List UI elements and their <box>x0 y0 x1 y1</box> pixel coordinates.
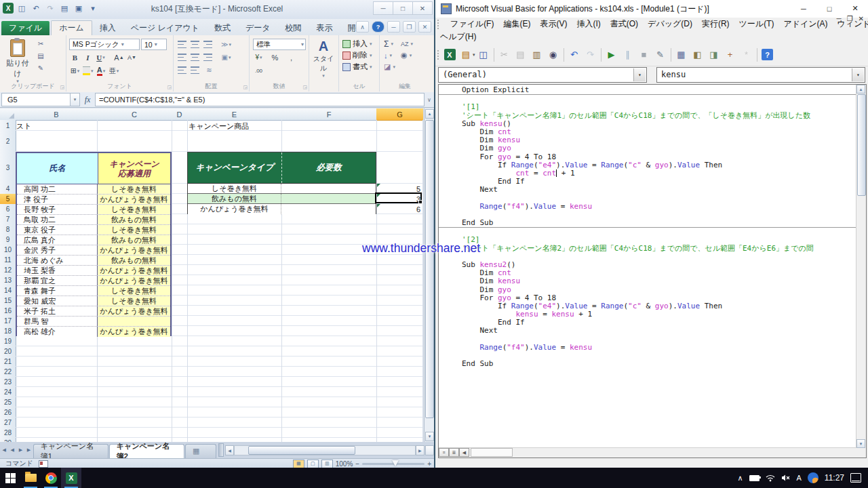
styles-button[interactable]: A スタイル ▾ <box>311 38 336 80</box>
ribbon-collapse-icon[interactable]: ∧ <box>356 21 369 33</box>
row-header-6[interactable]: 6 <box>0 204 16 215</box>
campaign-type-cell[interactable]: かんぴょう巻き無料 <box>188 204 281 214</box>
percent-style-icon[interactable]: % <box>269 52 281 62</box>
row-header-16[interactable]: 16 <box>0 306 16 317</box>
roster-campaign-cell[interactable]: しそ巻き無料 <box>98 184 170 194</box>
row-header-22[interactable]: 22 <box>0 367 16 378</box>
normal-view-icon[interactable]: ▦ <box>293 460 304 468</box>
menu-書式[interactable]: 書式(O) <box>606 18 643 30</box>
zoom-slider-thumb[interactable] <box>392 460 399 466</box>
row-header-27[interactable]: 27 <box>0 418 16 428</box>
roster-name-cell[interactable]: 愛知 威宏 <box>17 296 98 306</box>
row-header-13[interactable]: 13 <box>0 275 16 286</box>
sort-filter-icon[interactable]: AZ <box>401 41 409 47</box>
scroll-thumb[interactable] <box>425 120 434 418</box>
insert-cells-button[interactable]: 挿入▾ <box>342 38 372 49</box>
number-format-combo[interactable]: 標準 ▾ <box>253 39 306 50</box>
merge-center-icon[interactable]: ▣▾ <box>220 52 232 62</box>
roster-campaign-cell[interactable]: 飲みもの無料 <box>98 235 170 245</box>
page-layout-view-icon[interactable]: ▢ <box>307 460 319 468</box>
tab-resize-handle[interactable] <box>425 445 434 455</box>
roster-name-cell[interactable]: 津 役子 <box>17 195 98 204</box>
clipboard-dialog-launcher-icon[interactable]: ◲ <box>60 85 64 90</box>
child-close-icon[interactable]: ✕ <box>859 15 864 22</box>
child-minimize-icon[interactable]: ─ <box>837 15 842 22</box>
align-bottom-icon[interactable] <box>203 40 212 49</box>
chrome-taskbar-button[interactable] <box>41 468 61 488</box>
roster-name-cell[interactable]: 青森 舞子 <box>17 286 98 296</box>
campaign-type-cell[interactable]: しそ巻き無料 <box>188 184 281 193</box>
child-restore-icon[interactable]: ❐ <box>847 15 853 22</box>
menu-アドイン[interactable]: アドイン(A) <box>778 18 832 30</box>
print-preview-icon[interactable]: ▤ <box>58 2 71 14</box>
excel-close-icon[interactable]: ✕ <box>412 1 433 15</box>
wifi-icon[interactable] <box>766 474 775 482</box>
zoom-in-icon[interactable]: + <box>427 460 431 468</box>
bold-button[interactable]: B <box>69 52 81 62</box>
code-vertical-scrollbar[interactable]: ▲ ▼ <box>856 85 866 448</box>
menu-ヘルプ[interactable]: ヘルプ(H) <box>435 31 481 43</box>
code-scroll-up-icon[interactable]: ▲ <box>856 85 865 94</box>
copy-icon[interactable]: ▤ <box>513 47 528 62</box>
row-header-14[interactable]: 14 <box>0 285 16 296</box>
column-header-D[interactable]: D <box>172 108 188 121</box>
row-header-11[interactable]: 11 <box>0 255 16 266</box>
horizontal-scroll-thumb[interactable] <box>248 446 355 455</box>
row-header-26[interactable]: 26 <box>0 407 16 418</box>
office-assistant-icon[interactable]: * <box>739 47 754 62</box>
row-header-8[interactable]: 8 <box>0 224 16 235</box>
excel-taskbar-button[interactable]: X <box>61 468 81 488</box>
tab-挿入[interactable]: 挿入 <box>92 21 123 35</box>
view-object-icon[interactable]: ▤ <box>458 47 473 62</box>
roster-campaign-cell[interactable]: かんぴょう巻き無料 <box>98 195 170 204</box>
code-window[interactable]: Option Explicit'[1]'シート「キャンペーン名簿1」のセル範囲「… <box>438 84 867 458</box>
vertical-scrollbar[interactable]: ▲▼ <box>424 108 434 442</box>
borders-icon[interactable]: ⊞▾ <box>69 66 81 76</box>
number-dialog-launcher-icon[interactable]: ◲ <box>302 85 307 90</box>
roster-campaign-cell[interactable]: かんぴょう巻き無料 <box>98 245 170 255</box>
name-box-dropdown-icon[interactable]: ▾ <box>71 93 80 106</box>
row-header-7[interactable]: 7 <box>0 214 16 225</box>
tab-ページ レイアウト[interactable]: ページ レイアウト <box>123 21 207 35</box>
fill-color-icon[interactable]: ▾ <box>82 66 94 76</box>
row-header-1[interactable]: 1 <box>0 120 16 131</box>
cut-icon[interactable]: ✂ <box>35 39 46 48</box>
tab-数式[interactable]: 数式 <box>207 21 238 35</box>
object-combo-dropdown-icon[interactable]: ▾ <box>633 68 646 81</box>
row-header-2[interactable]: 2 <box>0 131 16 152</box>
roster-name-cell[interactable]: 長野 牧子 <box>17 205 98 214</box>
decrease-indent-icon[interactable] <box>178 66 186 75</box>
restore-icon[interactable]: ❐ <box>403 21 416 33</box>
help-icon[interactable]: ? <box>760 47 775 62</box>
code-scroll-down-icon[interactable]: ▼ <box>856 439 865 448</box>
code-horizontal-scrollbar[interactable] <box>471 448 513 457</box>
redo-icon[interactable]: ↷ <box>583 47 598 62</box>
paste-icon[interactable]: ▥ <box>530 47 545 62</box>
file-explorer-taskbar-button[interactable] <box>20 468 41 488</box>
worksheet-grid[interactable]: BCDEFG1234567891011121314151617181920212… <box>0 108 423 442</box>
roster-name-cell[interactable]: 埼玉 梨香 <box>17 266 98 275</box>
italic-button[interactable]: I <box>82 52 94 62</box>
sheet-scroll-left-icon[interactable]: ◀ <box>225 445 234 455</box>
save-icon[interactable]: ◫ <box>476 47 491 62</box>
increase-font-icon[interactable]: A▲ <box>113 52 125 62</box>
paste-button[interactable]: 貼り付け ▾ <box>4 38 31 80</box>
row-header-10[interactable]: 10 <box>0 245 16 256</box>
required-count-value[interactable]: 6 <box>376 204 422 214</box>
macro-record-icon[interactable] <box>39 460 48 468</box>
increase-indent-icon[interactable] <box>191 66 199 75</box>
align-left-icon[interactable] <box>178 53 186 62</box>
procedure-combo-dropdown-icon[interactable]: ▾ <box>852 68 864 81</box>
properties-window-icon[interactable]: ◧ <box>690 47 705 62</box>
save-icon[interactable]: ◫ <box>16 2 28 14</box>
roster-campaign-cell[interactable]: かんぴょう巻き無料 <box>98 266 170 275</box>
ime-indicator[interactable]: A <box>797 474 802 482</box>
format-painter-icon[interactable]: ✎ <box>35 63 46 73</box>
roster-name-cell[interactable]: 北海 めぐみ <box>17 256 98 265</box>
break-icon[interactable]: ∥ <box>620 47 635 62</box>
find-select-icon[interactable]: ◉ <box>401 51 408 60</box>
insert-worksheet-tab[interactable]: ▦ <box>185 444 216 458</box>
roster-name-cell[interactable]: 東京 役子 <box>17 225 98 235</box>
selected-cell-outline[interactable] <box>375 192 422 203</box>
find-icon[interactable]: ◉ <box>546 47 561 62</box>
